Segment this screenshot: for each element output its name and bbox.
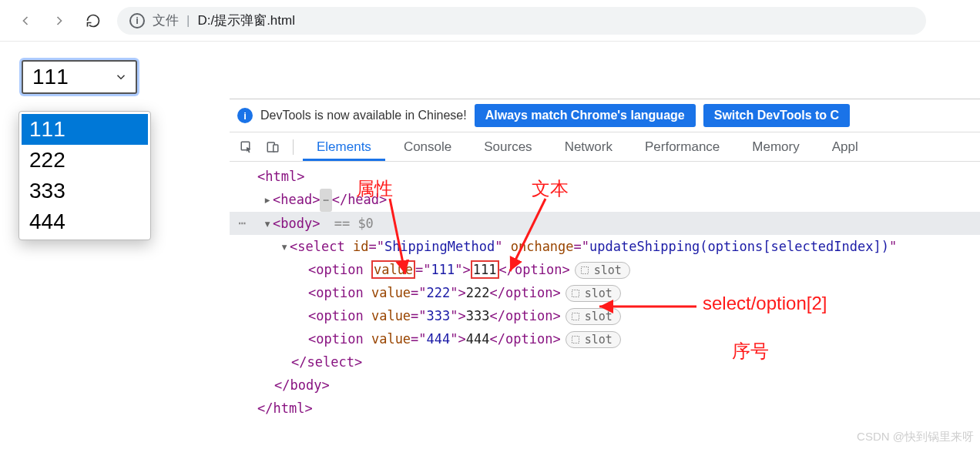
select-value: 111: [32, 65, 69, 89]
site-info-icon[interactable]: i: [129, 13, 145, 28]
tree-html-close[interactable]: </html>: [230, 397, 980, 420]
option-444[interactable]: 444: [22, 206, 148, 237]
tab-sources[interactable]: Sources: [470, 133, 545, 161]
tab-elements[interactable]: Elements: [303, 133, 385, 161]
slot-badge[interactable]: slot: [575, 262, 630, 279]
device-toolbar-icon[interactable]: [262, 136, 284, 158]
svg-rect-6: [572, 337, 579, 343]
slot-badge[interactable]: slot: [566, 308, 621, 325]
slot-badge[interactable]: slot: [566, 285, 621, 302]
inspect-element-icon[interactable]: [236, 136, 257, 158]
tree-option-4[interactable]: <option value="444">444</option>slot: [230, 327, 980, 350]
elements-tree[interactable]: <html> ▸<head>⋯</head> ⋯ ▾<body> == $0 ▾…: [230, 162, 980, 420]
match-language-button[interactable]: Always match Chrome's language: [475, 104, 696, 127]
tree-option-2[interactable]: <option value="222">222</option>slot: [230, 281, 980, 304]
url-divider: |: [186, 13, 190, 28]
svg-rect-3: [581, 267, 588, 274]
reload-button[interactable]: [83, 11, 103, 31]
tree-select[interactable]: ▾<select id="ShippingMethod" onchange="u…: [230, 235, 980, 258]
notice-text: DevTools is now available in Chinese!: [260, 109, 467, 122]
devtools-panel: i DevTools is now available in Chinese! …: [230, 99, 980, 449]
back-button[interactable]: [15, 11, 35, 31]
page-content: 111 111 222 333 444: [22, 60, 137, 94]
info-icon: i: [237, 108, 253, 123]
option-333[interactable]: 333: [22, 176, 148, 206]
tab-separator: [293, 139, 294, 155]
chevron-down-icon: [114, 70, 128, 84]
tree-select-close[interactable]: </select>: [230, 350, 980, 374]
option-222[interactable]: 222: [22, 145, 148, 176]
svg-rect-4: [572, 290, 579, 297]
svg-rect-2: [274, 145, 278, 152]
tree-option-1[interactable]: <option value="111">111</option>slot: [230, 258, 980, 281]
address-bar[interactable]: i 文件 | D:/提示弹窗.html: [117, 7, 926, 35]
tab-network[interactable]: Network: [551, 133, 626, 161]
svg-rect-5: [572, 313, 579, 320]
tab-performance[interactable]: Performance: [631, 133, 733, 161]
url-path: D:/提示弹窗.html: [197, 12, 295, 29]
tree-body-close[interactable]: </body>: [230, 374, 980, 397]
tab-memory[interactable]: Memory: [738, 133, 813, 161]
tree-option-3[interactable]: <option value="333">333</option>slot: [230, 304, 980, 327]
watermark: CSDN @快到锅里来呀: [857, 430, 974, 444]
slot-badge[interactable]: slot: [566, 331, 621, 348]
switch-devtools-button[interactable]: Switch DevTools to C: [703, 104, 850, 127]
url-scheme-label: 文件: [153, 12, 179, 29]
shipping-method-select[interactable]: 111: [22, 60, 137, 94]
tree-body[interactable]: ⋯ ▾<body> == $0: [230, 212, 980, 235]
tab-application[interactable]: Appl: [818, 133, 872, 161]
tab-console[interactable]: Console: [390, 133, 465, 161]
option-111[interactable]: 111: [22, 114, 148, 145]
browser-toolbar: i 文件 | D:/提示弹窗.html: [0, 0, 980, 42]
forward-button[interactable]: [49, 11, 69, 31]
devtools-tabbar: Elements Console Sources Network Perform…: [230, 132, 980, 162]
devtools-language-notice: i DevTools is now available in Chinese! …: [230, 99, 980, 132]
tree-head[interactable]: ▸<head>⋯</head>: [230, 188, 980, 212]
select-dropdown: 111 222 333 444: [18, 111, 151, 240]
tree-html[interactable]: <html>: [230, 165, 980, 188]
